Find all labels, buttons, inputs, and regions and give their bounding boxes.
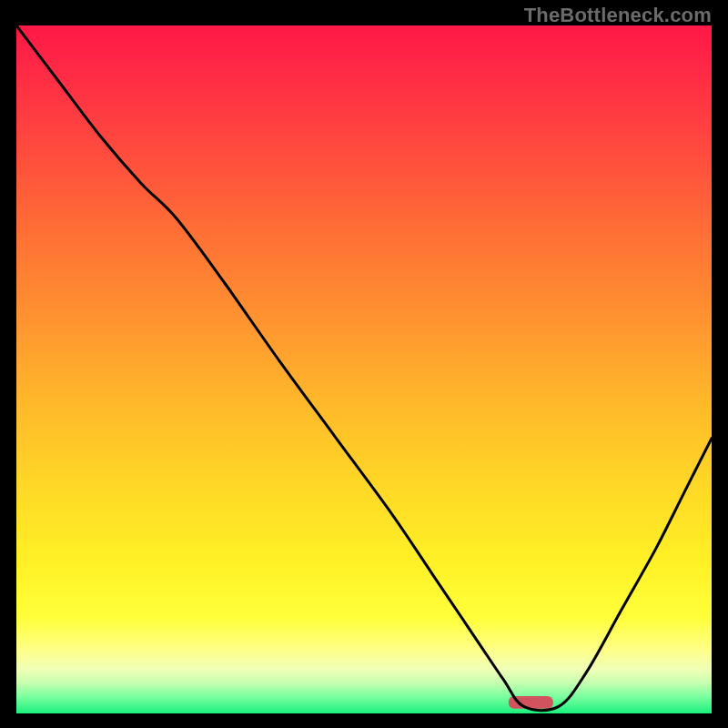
gradient-background bbox=[16, 25, 712, 713]
watermark-text: TheBottleneck.com bbox=[524, 4, 712, 27]
chart-svg bbox=[16, 25, 712, 713]
plot-area bbox=[16, 25, 712, 713]
chart-frame bbox=[16, 25, 712, 713]
